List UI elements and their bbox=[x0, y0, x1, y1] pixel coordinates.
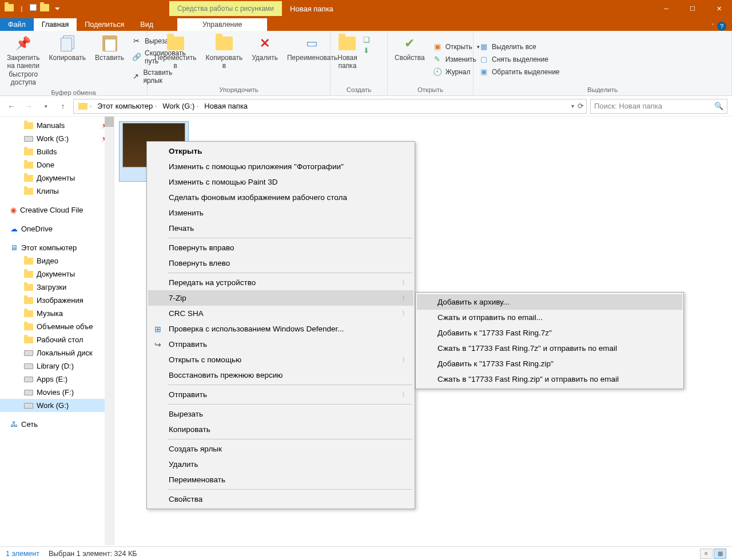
nav-back-button[interactable]: ← bbox=[5, 99, 18, 113]
thumbnails-view-button[interactable]: ▦ bbox=[714, 549, 726, 559]
delete-button[interactable]: ✕Удалить bbox=[248, 33, 281, 63]
menu-item[interactable]: Изменить с помощью приложения "Фотографи… bbox=[148, 159, 413, 174]
sidebar-item[interactable]: Done bbox=[0, 158, 114, 171]
nav-forward-button[interactable]: → bbox=[22, 99, 35, 113]
menu-item[interactable]: Изменить с помощью Paint 3D bbox=[148, 174, 413, 190]
menu-item[interactable]: Сжать и отправить по email... bbox=[417, 310, 682, 325]
menu-item[interactable]: Восстановить прежнюю версию bbox=[148, 367, 413, 383]
sidebar-creative-cloud[interactable]: ◉Creative Cloud File bbox=[0, 203, 114, 217]
menu-item[interactable]: Сделать фоновым изображением рабочего ст… bbox=[148, 190, 413, 205]
pin-quick-access-button[interactable]: 📌 Закрепить на панели быстрого доступа bbox=[3, 33, 43, 88]
nav-pane[interactable]: Manuals📌Work (G:)📌BuildsDoneДокументыКли… bbox=[0, 117, 114, 545]
sidebar-item[interactable]: Документы bbox=[0, 267, 114, 281]
sidebar-network[interactable]: 🖧Сеть bbox=[0, 418, 114, 431]
move-to-button[interactable]: Переместить в bbox=[151, 33, 200, 71]
menu-item[interactable]: ↪Отправить bbox=[148, 337, 413, 352]
sidebar-this-pc[interactable]: 🖥Этот компьютер bbox=[0, 241, 114, 254]
crumb-this-pc[interactable]: Этот компьютер› bbox=[95, 102, 159, 110]
tab-home[interactable]: Главная bbox=[34, 18, 77, 31]
easy-access-icon[interactable]: ⬇ bbox=[363, 46, 370, 55]
minimize-button[interactable]: ─ bbox=[653, 0, 679, 17]
menu-item[interactable]: Печать bbox=[148, 221, 413, 236]
menu-item[interactable]: Открыть с помощью〉 bbox=[148, 352, 413, 367]
group-label: Выделить bbox=[477, 85, 728, 95]
sidebar-item[interactable]: Apps (E:) bbox=[0, 373, 114, 386]
menu-item[interactable]: ⊞Проверка с использованием Windows Defen… bbox=[148, 321, 413, 337]
sidebar-item[interactable]: Library (D:) bbox=[0, 359, 114, 373]
menu-item[interactable]: Добавить к "17733 Fast Ring.zip" bbox=[417, 356, 682, 371]
new-item-icon[interactable]: ❏ bbox=[363, 35, 370, 44]
sidebar-item[interactable]: Изображения bbox=[0, 294, 114, 307]
copy-to-button[interactable]: Копировать в bbox=[202, 33, 246, 71]
folder-icon bbox=[24, 122, 33, 129]
tab-file[interactable]: Файл bbox=[0, 18, 34, 31]
close-button[interactable]: ✕ bbox=[706, 0, 732, 17]
menu-item[interactable]: Изменить bbox=[148, 205, 413, 221]
menu-item[interactable]: Вырезать bbox=[148, 406, 413, 422]
tab-view[interactable]: Вид bbox=[132, 18, 161, 31]
chevron-down-icon[interactable]: ▾ bbox=[571, 103, 574, 109]
menu-item[interactable]: Повернуть влево bbox=[148, 255, 413, 271]
menu-item[interactable]: Переименовать bbox=[148, 472, 413, 487]
help-icon[interactable]: ? bbox=[717, 22, 726, 31]
refresh-icon[interactable]: ⟳ bbox=[578, 102, 584, 110]
menu-item[interactable]: Сжать в "17733 Fast Ring.7z" и отправить… bbox=[417, 341, 682, 356]
sidebar-item[interactable]: Builds bbox=[0, 145, 114, 158]
context-submenu-7zip[interactable]: Добавить к архиву...Сжать и отправить по… bbox=[415, 292, 684, 389]
paste-button[interactable]: Вставить bbox=[92, 33, 128, 63]
sidebar-item[interactable]: Movies (F:) bbox=[0, 386, 114, 399]
invert-selection-button[interactable]: ▣Обратить выделение bbox=[477, 66, 562, 78]
nav-up-button[interactable]: ↑ bbox=[56, 99, 70, 113]
menu-item[interactable]: Сжать в "17733 Fast Ring.zip" и отправит… bbox=[417, 371, 682, 387]
details-view-button[interactable]: ≡ bbox=[700, 549, 713, 559]
tab-share[interactable]: Поделиться bbox=[77, 18, 132, 31]
select-none-button[interactable]: ▢Снять выделение bbox=[477, 54, 562, 65]
menu-item[interactable]: Повернуть вправо bbox=[148, 240, 413, 255]
breadcrumb[interactable]: › Этот компьютер› Work (G:)› Новая папка… bbox=[73, 99, 587, 114]
sidebar-item[interactable]: Локальный диск bbox=[0, 346, 114, 359]
sidebar-item[interactable]: Объемные объе bbox=[0, 320, 114, 333]
group-label: Буфер обмена bbox=[3, 88, 144, 98]
search-input[interactable]: Поиск: Новая папка 🔍 bbox=[590, 99, 727, 114]
copy-button[interactable]: Копировать bbox=[45, 33, 89, 63]
qa-overflow[interactable]: ⏷ bbox=[53, 4, 62, 13]
menu-item[interactable]: Открыть bbox=[148, 143, 413, 159]
folder-icon[interactable] bbox=[40, 4, 49, 11]
crumb-folder[interactable]: Новая папка bbox=[202, 102, 250, 110]
sidebar-item[interactable]: Рабочий стол bbox=[0, 333, 114, 346]
menu-item[interactable]: Свойства bbox=[148, 491, 413, 507]
nav-recent-button[interactable]: ▾ bbox=[39, 99, 53, 113]
sidebar-item[interactable]: Загрузки bbox=[0, 281, 114, 294]
sidebar-item[interactable]: Документы bbox=[0, 171, 114, 185]
menu-item[interactable]: CRC SHA〉 bbox=[148, 306, 413, 321]
menu-item[interactable]: 7-Zip〉 bbox=[148, 290, 413, 306]
menu-item[interactable]: Копировать bbox=[148, 422, 413, 437]
sidebar-item[interactable]: Work (G:) bbox=[0, 399, 114, 412]
context-menu[interactable]: ОткрытьИзменить с помощью приложения "Фо… bbox=[146, 141, 415, 509]
menu-separator bbox=[168, 273, 412, 273]
sidebar-item[interactable]: Клипы bbox=[0, 185, 114, 198]
sidebar-item[interactable]: Manuals📌 bbox=[0, 119, 114, 132]
select-all-button[interactable]: ▦Выделить все bbox=[477, 41, 562, 53]
menu-item[interactable]: Удалить bbox=[148, 457, 413, 472]
crumb-work[interactable]: Work (G:)› bbox=[160, 102, 201, 110]
sidebar-item[interactable]: Видео bbox=[0, 254, 114, 267]
maximize-button[interactable]: ☐ bbox=[679, 0, 706, 17]
collapse-ribbon-icon[interactable]: ˇ bbox=[712, 23, 714, 30]
new-folder-button[interactable]: Новая папка bbox=[334, 33, 361, 71]
menu-item[interactable]: Добавить к "17733 Fast Ring.7z" bbox=[417, 325, 682, 341]
menu-item[interactable]: Создать ярлык bbox=[148, 441, 413, 457]
new-folder-icon bbox=[338, 34, 356, 53]
checkbox-icon[interactable] bbox=[30, 4, 37, 11]
chevron-right-icon: 〉 bbox=[402, 391, 408, 399]
drive-icon bbox=[24, 377, 33, 382]
menu-item[interactable]: Добавить к архиву... bbox=[417, 294, 682, 310]
tab-manage[interactable]: Управление bbox=[177, 18, 268, 31]
sidebar-item[interactable]: Музыка bbox=[0, 307, 114, 320]
menu-item[interactable]: Передать на устройство〉 bbox=[148, 275, 413, 290]
sidebar-onedrive[interactable]: ☁OneDrive bbox=[0, 222, 114, 235]
sidebar-item[interactable]: Work (G:)📌 bbox=[0, 132, 114, 145]
menu-item[interactable]: Отправить〉 bbox=[148, 387, 413, 402]
folder-icon[interactable] bbox=[5, 4, 14, 11]
properties-button[interactable]: ✔Свойства bbox=[391, 33, 428, 63]
